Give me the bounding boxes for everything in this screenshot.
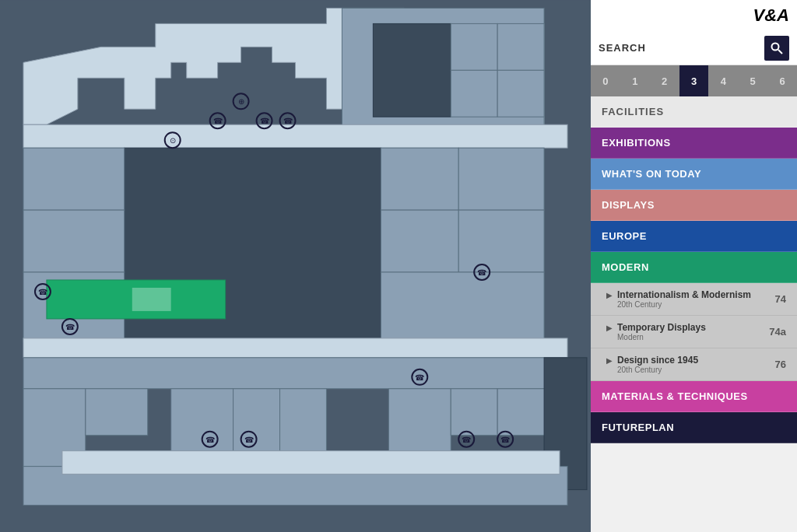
svg-text:⊙: ⊙ <box>170 136 176 145</box>
svg-rect-28 <box>451 389 497 436</box>
nav-displays-label: DISPLAYS <box>602 199 655 211</box>
svg-text:☎: ☎ <box>283 117 293 125</box>
svg-rect-6 <box>497 23 544 70</box>
subitem-1-arrow: ▶ <box>606 324 613 332</box>
subitem-1-number: 74a <box>769 326 786 338</box>
subitem-0-title: Internationalism & Modernism <box>617 289 751 300</box>
svg-rect-27 <box>388 389 451 451</box>
floor-btn-2[interactable]: 2 <box>650 65 679 96</box>
subitem-0-subtitle: 20th Century <box>617 300 751 309</box>
subitem-0-arrow: ▶ <box>606 291 613 299</box>
svg-text:☎: ☎ <box>260 117 269 125</box>
nav-modern[interactable]: MODERN <box>591 252 797 283</box>
svg-text:☎: ☎ <box>65 323 75 331</box>
subitem-0[interactable]: ▶ Internationalism & Modernism 20th Cent… <box>591 283 797 316</box>
subitem-1-text: Temporary Displays Modern <box>617 322 706 341</box>
svg-rect-11 <box>23 210 125 272</box>
svg-rect-8 <box>23 124 567 148</box>
subitem-2[interactable]: ▶ Design since 1945 20th Century 76 <box>591 348 797 381</box>
svg-rect-26 <box>280 389 327 451</box>
nav-futureplan[interactable]: FUTUREPLAN <box>591 412 797 443</box>
svg-text:☎: ☎ <box>477 268 486 277</box>
subitem-0-left: ▶ Internationalism & Modernism 20th Cent… <box>606 289 751 309</box>
floor-selector: 0 1 2 3 4 5 6 <box>591 65 797 96</box>
svg-text:⊕: ⊕ <box>238 97 244 106</box>
nav-europe-label: EUROPE <box>602 230 647 242</box>
subitem-0-number: 74 <box>775 293 786 305</box>
svg-rect-7 <box>497 70 544 117</box>
nav-whatson[interactable]: WHAT'S ON TODAY <box>591 159 797 190</box>
nav-materials[interactable]: MATERIALS & TECHNIQUES <box>591 381 797 412</box>
nav-facilities-label: FACILITIES <box>602 106 664 117</box>
svg-rect-32 <box>62 451 560 474</box>
logo-area: V&A <box>591 0 797 31</box>
svg-rect-13 <box>381 148 458 210</box>
nav-europe[interactable]: EUROPE <box>591 221 797 252</box>
search-button[interactable] <box>764 36 789 61</box>
svg-text:☎: ☎ <box>244 436 254 444</box>
subitem-0-text: Internationalism & Modernism 20th Centur… <box>617 289 751 309</box>
svg-text:☎: ☎ <box>213 117 223 125</box>
search-label: SEARCH <box>599 42 764 54</box>
svg-text:☎: ☎ <box>462 436 471 444</box>
subitem-2-left: ▶ Design since 1945 20th Century <box>606 355 698 374</box>
subitem-2-arrow: ▶ <box>606 356 613 365</box>
svg-rect-15 <box>381 210 458 272</box>
svg-rect-21 <box>23 358 567 389</box>
svg-rect-10 <box>23 148 125 210</box>
svg-rect-23 <box>86 389 148 436</box>
nav-displays[interactable]: DISPLAYS <box>591 190 797 221</box>
subitem-2-subtitle: 20th Century <box>617 366 698 374</box>
va-logo: V&A <box>753 5 789 26</box>
svg-rect-5 <box>451 70 497 117</box>
svg-rect-17 <box>381 272 544 342</box>
subitem-1[interactable]: ▶ Temporary Displays Modern 74a <box>591 316 797 348</box>
subitem-2-title: Design since 1945 <box>617 355 698 366</box>
subitem-2-text: Design since 1945 20th Century <box>617 355 698 374</box>
svg-rect-16 <box>458 210 544 272</box>
svg-point-59 <box>772 43 779 50</box>
nav-modern-label: MODERN <box>602 261 649 273</box>
svg-rect-3 <box>373 23 451 117</box>
svg-text:☎: ☎ <box>38 288 47 296</box>
floor-btn-5[interactable]: 5 <box>738 65 767 96</box>
svg-rect-20 <box>132 288 171 311</box>
svg-line-60 <box>778 50 782 54</box>
svg-text:☎: ☎ <box>205 436 215 444</box>
search-icon <box>771 42 783 54</box>
sidebar: V&A SEARCH 0 1 2 3 4 5 6 FACILITIES <box>591 0 797 532</box>
app-container: ⊕ ☎ ☎ ☎ ⊙ ☎ ☎ <box>0 0 797 532</box>
nav-exhibitions-label: EXHIBITIONS <box>602 137 671 149</box>
floor-btn-4[interactable]: 4 <box>708 65 738 96</box>
nav-whatson-label: WHAT'S ON TODAY <box>602 168 701 180</box>
map-area: ⊕ ☎ ☎ ☎ ⊙ ☎ ☎ <box>0 0 591 532</box>
floor-btn-0[interactable]: 0 <box>591 65 620 96</box>
subitem-1-title: Temporary Displays <box>617 322 706 333</box>
search-bar[interactable]: SEARCH <box>591 31 797 65</box>
svg-rect-18 <box>23 338 567 358</box>
svg-text:☎: ☎ <box>500 436 510 444</box>
floor-btn-3[interactable]: 3 <box>679 65 709 96</box>
nav-exhibitions[interactable]: EXHIBITIONS <box>591 128 797 159</box>
nav-facilities[interactable]: FACILITIES <box>591 96 797 128</box>
svg-text:☎: ☎ <box>415 373 424 382</box>
svg-rect-4 <box>451 23 497 70</box>
floor-btn-1[interactable]: 1 <box>620 65 650 96</box>
subitem-1-subtitle: Modern <box>617 333 706 341</box>
nav-futureplan-label: FUTUREPLAN <box>602 422 674 433</box>
floor-plan-map: ⊕ ☎ ☎ ☎ ⊙ ☎ ☎ <box>0 0 591 532</box>
svg-rect-14 <box>458 148 544 210</box>
nav-materials-label: MATERIALS & TECHNIQUES <box>602 390 748 402</box>
floor-btn-6[interactable]: 6 <box>767 65 797 96</box>
subitem-1-left: ▶ Temporary Displays Modern <box>606 322 706 341</box>
subitem-2-number: 76 <box>775 359 786 370</box>
